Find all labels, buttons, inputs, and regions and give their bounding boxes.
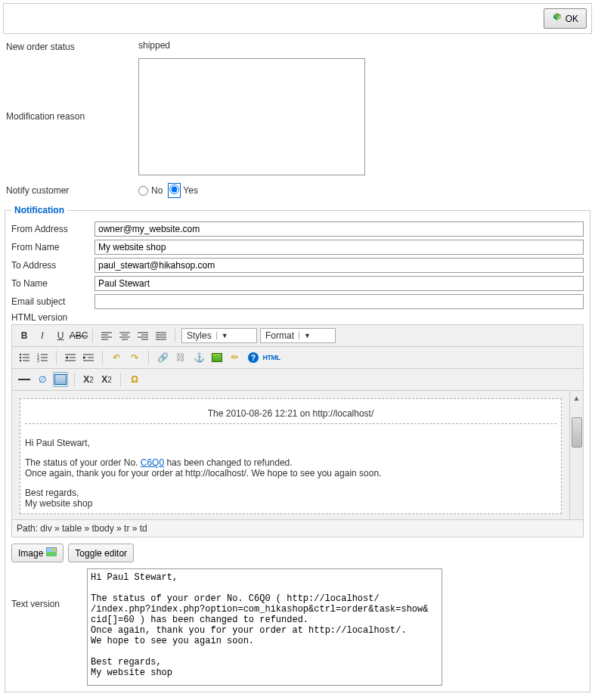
redo-button[interactable]: ↷ — [127, 350, 142, 365]
format-dropdown-label: Format — [261, 330, 299, 341]
svg-point-20 — [20, 360, 21, 361]
separator — [102, 351, 103, 364]
svg-point-36 — [52, 548, 55, 551]
help-button[interactable]: ? — [246, 350, 261, 365]
bullet-list-button[interactable] — [17, 350, 32, 365]
svg-rect-35 — [46, 552, 57, 556]
svg-point-16 — [20, 354, 21, 355]
numbered-list-button[interactable]: 123 — [35, 350, 50, 365]
anchor-button[interactable]: ⚓ — [191, 350, 206, 365]
modification-reason-textarea[interactable] — [138, 58, 365, 175]
styles-dropdown-label: Styles — [182, 330, 216, 341]
styles-dropdown[interactable]: Styles ▼ — [181, 328, 257, 343]
order-link[interactable]: C6Q0 — [141, 457, 164, 468]
align-justify-button[interactable] — [153, 328, 169, 343]
toggle-button-label: Toggle editor — [75, 548, 127, 559]
undo-button[interactable]: ↶ — [109, 350, 124, 365]
label-to-address: To Address — [11, 260, 95, 271]
label-modification-reason: Modification reason — [6, 58, 138, 122]
radio-no-wrap: No — [138, 185, 163, 196]
table-icon — [54, 374, 67, 385]
hr-icon — [18, 379, 30, 380]
image-icon — [212, 353, 222, 362]
cleanup-button[interactable]: ✎ — [225, 347, 246, 368]
row-modification-reason: Modification reason — [0, 55, 595, 181]
image-button-label: Image — [18, 548, 43, 559]
superscript-button[interactable]: X2 — [99, 372, 114, 387]
email-line-1: The status of your order No. C6Q0 has be… — [25, 457, 556, 468]
editor-scrollbar[interactable]: ▲ — [569, 391, 583, 519]
separator — [56, 351, 57, 364]
email-line-2: Once again, thank you for your order at … — [25, 468, 556, 479]
image-button[interactable] — [209, 350, 225, 365]
remove-format-button[interactable]: ∅ — [35, 372, 50, 387]
label-text-version: Text version — [11, 568, 87, 609]
notification-legend: Notification — [11, 205, 67, 215]
separator — [74, 373, 75, 386]
separator — [148, 351, 149, 364]
input-from-name[interactable] — [95, 240, 584, 255]
ok-icon — [552, 12, 562, 25]
input-to-name[interactable] — [95, 276, 584, 291]
align-right-button[interactable] — [135, 328, 150, 343]
editor-toolbar-1: B I U ABC Styles ▼ Format — [12, 325, 583, 347]
scroll-thumb[interactable] — [572, 417, 582, 448]
outdent-button[interactable] — [63, 350, 78, 365]
align-left-button[interactable] — [99, 328, 114, 343]
ok-button[interactable]: OK — [544, 8, 587, 29]
svg-point-18 — [20, 357, 21, 358]
special-char-button[interactable]: Ω — [127, 372, 142, 387]
notification-fieldset: Notification From Address From Name To A… — [5, 205, 590, 692]
subscript-button[interactable]: X2 — [81, 372, 96, 387]
editor-path: Path: div » table » tbody » tr » td — [12, 519, 583, 537]
toggle-editor-button[interactable]: Toggle editor — [68, 544, 134, 562]
top-toolbar: OK — [3, 3, 592, 34]
value-new-order-status: shipped — [138, 40, 589, 51]
radio-yes-label: Yes — [183, 185, 198, 196]
label-notify-customer: Notify customer — [6, 184, 138, 196]
underline-button[interactable]: U — [53, 328, 68, 343]
chevron-down-icon: ▼ — [216, 332, 227, 339]
html-source-button[interactable]: HTML — [264, 350, 279, 365]
format-dropdown[interactable]: Format ▼ — [260, 328, 336, 343]
label-email-subject: Email subject — [11, 296, 95, 307]
insert-image-button[interactable]: Image — [11, 544, 64, 562]
ok-button-label: OK — [566, 14, 578, 24]
radio-yes[interactable] — [169, 184, 179, 194]
align-center-button[interactable] — [117, 328, 132, 343]
label-new-order-status: New order status — [6, 40, 138, 52]
image-icon — [46, 547, 57, 559]
separator — [92, 329, 93, 342]
scroll-up-icon: ▲ — [573, 394, 581, 402]
help-icon: ? — [248, 352, 259, 363]
unlink-button[interactable]: ⛓ — [173, 350, 188, 365]
editor-content-body[interactable]: The 2010-08-26 12:21 on http://localhost… — [12, 391, 569, 519]
text-version-textarea[interactable] — [87, 568, 442, 686]
horizontal-rule-button[interactable] — [17, 372, 32, 387]
editor-content-area: The 2010-08-26 12:21 on http://localhost… — [12, 391, 583, 519]
indent-button[interactable] — [81, 350, 96, 365]
insert-table-button[interactable] — [53, 372, 68, 387]
bold-button[interactable]: B — [17, 328, 32, 343]
svg-text:3: 3 — [37, 358, 39, 362]
link-button[interactable]: 🔗 — [155, 350, 170, 365]
strikethrough-button[interactable]: ABC — [71, 328, 86, 343]
italic-button[interactable]: I — [35, 328, 50, 343]
email-regards: Best regards, — [25, 488, 556, 498]
input-from-address[interactable] — [95, 221, 584, 237]
email-greeting: Hi Paul Stewart, — [25, 438, 556, 448]
row-notify-customer: Notify customer No Yes — [0, 181, 595, 200]
radio-yes-wrap: Yes — [169, 184, 198, 197]
separator — [120, 373, 121, 386]
row-text-version: Text version — [11, 568, 584, 686]
radio-no[interactable] — [138, 186, 148, 196]
separator — [175, 329, 175, 342]
input-email-subject[interactable] — [95, 294, 584, 309]
editor-toolbar-3: ∅ X2 X2 Ω — [12, 369, 583, 391]
email-signature: My website shop — [25, 498, 556, 509]
radio-no-label: No — [151, 185, 163, 196]
label-from-address: From Address — [11, 224, 95, 234]
label-to-name: To Name — [11, 278, 95, 289]
email-header-date: The 2010-08-26 12:21 on http://localhost… — [25, 404, 556, 424]
input-to-address[interactable] — [95, 258, 584, 273]
